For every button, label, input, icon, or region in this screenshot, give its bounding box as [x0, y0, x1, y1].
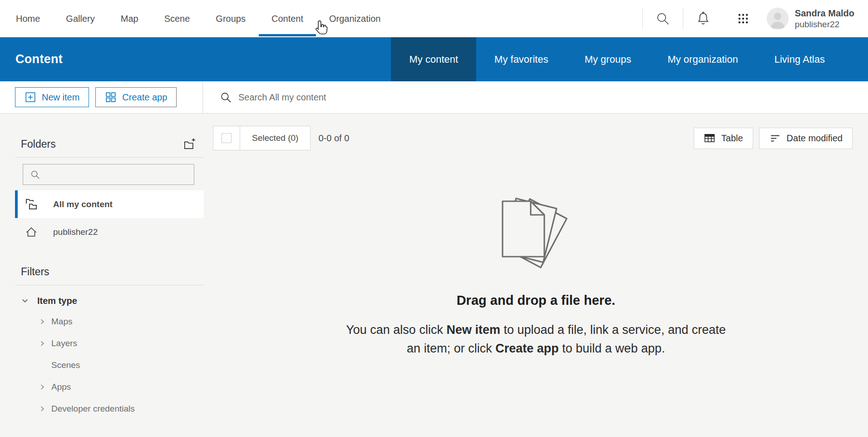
- sort-button-label: Date modified: [787, 133, 843, 144]
- hand-cursor-icon: [315, 20, 328, 35]
- filter-item-label: Developer credentials: [51, 404, 135, 414]
- empty-state-dropzone[interactable]: Drag and drop a file here. You can also …: [204, 196, 868, 358]
- select-all-checkbox-cell[interactable]: [213, 126, 240, 150]
- chevron-down-icon: [21, 297, 29, 305]
- plus-square-icon: [25, 91, 36, 103]
- empty-state-title: Drag and drop a file here.: [457, 293, 616, 308]
- filter-item-scenes[interactable]: Scenes: [39, 354, 204, 376]
- filters-header: Filters: [21, 266, 196, 278]
- tab-living-atlas[interactable]: Living Atlas: [756, 37, 843, 81]
- sort-lines-icon: [769, 132, 781, 144]
- user-info[interactable]: Sandra Maldo publisher22: [795, 8, 854, 30]
- folders-stack-icon: [25, 198, 38, 211]
- nav-item-organization[interactable]: Organization: [329, 0, 380, 37]
- filter-item-label: Apps: [51, 382, 71, 392]
- table-icon: [704, 132, 715, 144]
- folder-search-box[interactable]: [23, 164, 194, 185]
- table-view-button[interactable]: Table: [694, 128, 753, 149]
- results-count: 0-0 of 0: [318, 133, 349, 144]
- content-main: Selected (0) 0-0 of 0 Table: [204, 114, 868, 437]
- home-icon: [25, 226, 38, 238]
- content-search: [203, 81, 868, 113]
- create-app-button[interactable]: Create app: [95, 87, 177, 107]
- toolbar-buttons: New item Create app: [0, 81, 203, 113]
- empty-state-line1: You can also click New item to upload a …: [346, 321, 725, 339]
- tab-my-content[interactable]: My content: [391, 37, 476, 81]
- filters-title: Filters: [21, 266, 49, 278]
- select-all-checkbox[interactable]: [222, 133, 232, 143]
- tab-my-groups[interactable]: My groups: [567, 37, 650, 81]
- chevron-right-icon: [39, 318, 45, 325]
- notifications-bell-icon[interactable]: [683, 11, 723, 26]
- search-icon[interactable]: [643, 12, 683, 25]
- nav-item-content[interactable]: Content: [271, 0, 303, 37]
- filter-group-label: Item type: [37, 296, 77, 306]
- app-launcher-grid-icon[interactable]: [723, 12, 763, 25]
- search-icon: [220, 92, 232, 103]
- folders-header: Folders: [21, 138, 196, 150]
- new-folder-icon[interactable]: [183, 138, 196, 150]
- filter-item-maps[interactable]: Maps: [39, 311, 204, 333]
- actions-toolbar: New item Create app: [0, 81, 868, 114]
- tab-my-organization[interactable]: My organization: [649, 37, 756, 81]
- new-item-emphasis: New item: [446, 323, 500, 337]
- table-view-label: Table: [721, 133, 743, 144]
- create-app-label: Create app: [122, 92, 167, 103]
- page-title: Content: [15, 52, 63, 66]
- selected-count-label: Selected (0): [240, 126, 310, 150]
- sort-date-modified-button[interactable]: Date modified: [759, 128, 853, 149]
- folder-list: All my content publisher22: [0, 190, 204, 246]
- filter-item-apps[interactable]: Apps: [39, 376, 204, 398]
- folder-item-all-my-content[interactable]: All my content: [15, 190, 204, 218]
- list-controls: Selected (0) 0-0 of 0 Table: [213, 126, 853, 150]
- folders-title: Folders: [21, 138, 56, 150]
- sidebar: Folders: [0, 114, 204, 437]
- search-input[interactable]: [238, 92, 511, 103]
- view-controls: Table Date modified: [694, 128, 853, 149]
- user-name: Sandra Maldo: [795, 8, 854, 19]
- stacked-pages-icon: [497, 196, 575, 274]
- page-body: Folders: [0, 114, 868, 437]
- empty-state-message: You can also click New item to upload a …: [346, 321, 725, 358]
- create-app-emphasis: Create app: [495, 342, 559, 355]
- filter-item-label: Scenes: [51, 360, 80, 370]
- filter-item-layers[interactable]: Layers: [39, 333, 204, 354]
- nav-utility-area: Sandra Maldo publisher22: [642, 0, 868, 37]
- chevron-right-icon: [39, 340, 45, 347]
- empty-state-line2: an item; or click Create app to build a …: [346, 339, 725, 358]
- folder-item-publisher22[interactable]: publisher22: [15, 218, 204, 246]
- selection-control: Selected (0): [213, 126, 311, 150]
- filter-item-label: Layers: [51, 338, 77, 348]
- content-header-bar: Content My content My favorites My group…: [0, 37, 868, 81]
- folder-label: publisher22: [53, 227, 98, 237]
- filter-item-label: Maps: [51, 317, 72, 327]
- filter-group-item-type[interactable]: Item type: [21, 291, 204, 311]
- new-item-label: New item: [42, 92, 79, 103]
- chevron-right-icon: [39, 406, 45, 412]
- top-navigation: Home Gallery Map Scene Groups Content Or…: [0, 0, 868, 37]
- search-icon: [30, 170, 40, 179]
- new-item-button[interactable]: New item: [15, 87, 89, 107]
- nav-item-home[interactable]: Home: [16, 0, 40, 37]
- nav-item-map[interactable]: Map: [121, 0, 138, 37]
- nav-item-groups[interactable]: Groups: [216, 0, 246, 37]
- divider: [15, 157, 203, 158]
- user-username: publisher22: [795, 19, 854, 30]
- divider: [15, 285, 203, 285]
- folder-search-input[interactable]: [45, 170, 182, 179]
- grid-2x2-icon: [105, 91, 117, 103]
- tab-my-favorites[interactable]: My favorites: [476, 37, 567, 81]
- chevron-right-icon: [39, 384, 45, 390]
- content-tabs: My content My favorites My groups My org…: [391, 37, 868, 81]
- nav-item-scene[interactable]: Scene: [164, 0, 190, 37]
- nav-item-gallery[interactable]: Gallery: [66, 0, 94, 37]
- filter-item-developer-credentials[interactable]: Developer credentials: [39, 398, 204, 420]
- user-avatar[interactable]: [767, 8, 789, 30]
- folder-label: All my content: [53, 199, 113, 209]
